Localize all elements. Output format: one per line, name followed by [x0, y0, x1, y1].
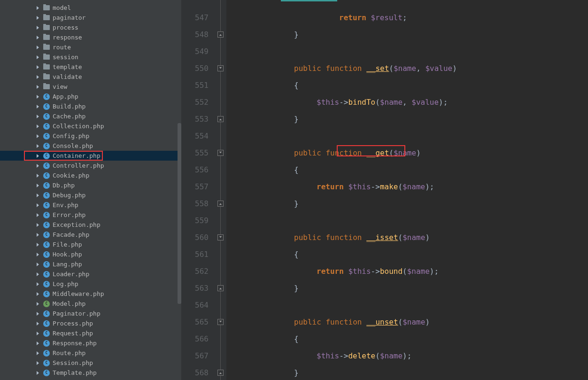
expand-arrow-icon[interactable] — [36, 371, 40, 375]
project-tree-sidebar[interactable]: modelpaginatorprocessresponseroutesessio… — [0, 0, 181, 380]
expand-arrow-icon[interactable] — [36, 45, 40, 50]
expand-arrow-icon[interactable] — [36, 6, 40, 10]
expand-arrow-icon[interactable] — [36, 341, 40, 346]
code-line[interactable]: { — [226, 162, 588, 178]
expand-arrow-icon[interactable] — [36, 311, 40, 316]
tree-file-lang[interactable]: CLang.php — [0, 259, 181, 269]
tree-file-loader[interactable]: CLoader.php — [0, 269, 181, 279]
tree-file-collection[interactable]: CCollection.php — [0, 121, 181, 131]
expand-arrow-icon[interactable] — [36, 55, 40, 60]
tree-file-middleware[interactable]: CMiddleware.php — [0, 289, 181, 299]
expand-arrow-icon[interactable] — [36, 331, 40, 336]
code-line[interactable] — [226, 128, 588, 145]
tree-file-controller[interactable]: CController.php — [0, 161, 181, 171]
expand-arrow-icon[interactable] — [36, 16, 40, 20]
expand-arrow-icon[interactable] — [36, 25, 40, 30]
tree-file-template[interactable]: CTemplate.php — [0, 368, 181, 378]
expand-arrow-icon[interactable] — [36, 94, 40, 99]
tree-file-session[interactable]: CSession.php — [0, 358, 181, 368]
code-line[interactable] — [226, 43, 588, 60]
tree-folder-route[interactable]: route — [0, 42, 181, 52]
tree-file-env[interactable]: CEnv.php — [0, 200, 181, 210]
code-line[interactable]: { — [226, 77, 588, 94]
tree-file-process[interactable]: CProcess.php — [0, 318, 181, 328]
tree-folder-paginator[interactable]: paginator — [0, 13, 181, 23]
code-line[interactable]: return $this->bound($name); — [226, 263, 588, 280]
expand-arrow-icon[interactable] — [36, 193, 40, 198]
sidebar-scrollbar-thumb[interactable] — [178, 123, 181, 304]
fold-start-icon[interactable] — [217, 65, 224, 71]
code-line[interactable]: } — [226, 280, 588, 297]
expand-arrow-icon[interactable] — [36, 173, 40, 178]
code-line[interactable]: $this->bindTo($name, $value); — [226, 94, 588, 111]
expand-arrow-icon[interactable] — [36, 163, 40, 168]
expand-arrow-icon[interactable] — [36, 262, 40, 267]
tree-file-log[interactable]: CLog.php — [0, 279, 181, 289]
expand-arrow-icon[interactable] — [36, 272, 40, 277]
expand-arrow-icon[interactable] — [36, 223, 40, 227]
tree-file-paginator[interactable]: CPaginator.php — [0, 309, 181, 318]
code-line[interactable]: { — [226, 246, 588, 263]
tree-file-db[interactable]: CDb.php — [0, 180, 181, 190]
code-line[interactable] — [226, 297, 588, 314]
fold-start-icon[interactable] — [217, 319, 224, 325]
tree-file-model[interactable]: CModel.php — [0, 299, 181, 309]
fold-start-icon[interactable] — [217, 150, 224, 156]
tree-file-cache[interactable]: CCache.php — [0, 111, 181, 121]
code-line[interactable]: public function __set($name, $value) — [226, 60, 588, 77]
expand-arrow-icon[interactable] — [36, 292, 40, 296]
tree-file-config[interactable]: CConfig.php — [0, 131, 181, 141]
tree-file-app[interactable]: CApp.php — [0, 92, 181, 101]
tree-folder-model[interactable]: model — [0, 3, 181, 13]
code-line[interactable]: public function __isset($name) — [226, 229, 588, 246]
code-line[interactable]: public function __get($name) — [226, 145, 588, 162]
expand-arrow-icon[interactable] — [36, 242, 40, 247]
expand-arrow-icon[interactable] — [36, 114, 40, 119]
expand-arrow-icon[interactable] — [36, 124, 40, 129]
expand-arrow-icon[interactable] — [36, 134, 40, 139]
expand-arrow-icon[interactable] — [36, 104, 40, 109]
fold-end-icon[interactable] — [217, 116, 224, 122]
tree-file-container[interactable]: CContainer.php — [0, 151, 181, 161]
expand-arrow-icon[interactable] — [36, 252, 40, 257]
code-line[interactable]: } — [226, 26, 588, 43]
expand-arrow-icon[interactable] — [36, 65, 40, 70]
tree-file-hook[interactable]: CHook.php — [0, 249, 181, 259]
tree-file-file[interactable]: CFile.php — [0, 240, 181, 249]
code-fold-column[interactable] — [215, 0, 226, 380]
tree-file-error[interactable]: CError.php — [0, 210, 181, 220]
tree-file-build[interactable]: CBuild.php — [0, 101, 181, 111]
expand-arrow-icon[interactable] — [36, 233, 40, 237]
fold-end-icon[interactable] — [217, 285, 224, 291]
expand-arrow-icon[interactable] — [36, 144, 40, 148]
code-line[interactable]: } — [226, 111, 588, 128]
code-line[interactable]: $this->delete($name); — [226, 348, 588, 364]
tree-file-request[interactable]: CRequest.php — [0, 328, 181, 338]
code-line[interactable]: public function __unset($name) — [226, 314, 588, 331]
tree-folder-process[interactable]: process — [0, 23, 181, 32]
expand-arrow-icon[interactable] — [36, 302, 40, 306]
code-line[interactable]: return $this->make($name); — [226, 178, 588, 195]
expand-arrow-icon[interactable] — [36, 321, 40, 326]
expand-arrow-icon[interactable] — [36, 361, 40, 365]
fold-start-icon[interactable] — [217, 234, 224, 240]
tree-file-console[interactable]: CConsole.php — [0, 141, 181, 151]
tree-folder-view[interactable]: view — [0, 82, 181, 92]
fold-end-icon[interactable] — [217, 31, 224, 38]
tree-file-route[interactable]: CRoute.php — [0, 348, 181, 358]
expand-arrow-icon[interactable] — [36, 282, 40, 287]
expand-arrow-icon[interactable] — [36, 183, 40, 188]
tree-folder-session[interactable]: session — [0, 52, 181, 62]
expand-arrow-icon[interactable] — [36, 351, 40, 356]
tree-file-facade[interactable]: CFacade.php — [0, 230, 181, 240]
code-line[interactable]: } — [226, 364, 588, 380]
fold-end-icon[interactable] — [217, 201, 224, 207]
code-line[interactable]: } — [226, 195, 588, 212]
fold-end-icon[interactable] — [217, 370, 224, 376]
expand-arrow-icon[interactable] — [36, 75, 40, 79]
expand-arrow-icon[interactable] — [36, 203, 40, 208]
tree-file-debug[interactable]: CDebug.php — [0, 190, 181, 200]
tree-folder-validate[interactable]: validate — [0, 72, 181, 82]
expand-arrow-icon[interactable] — [36, 154, 40, 158]
code-content[interactable]: return $result;}public function __set($n… — [226, 0, 588, 380]
